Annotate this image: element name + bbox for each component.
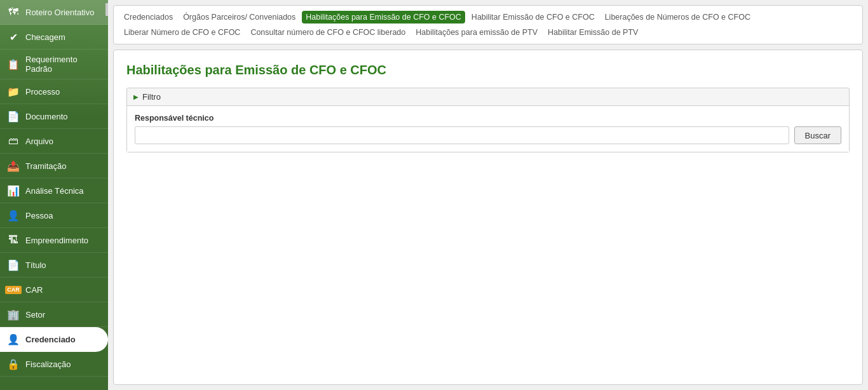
nav-link-liberar-numero[interactable]: Liberar Número de CFO e CFOC <box>120 26 244 39</box>
main-content: CredenciadosÓrgãos Parceiros/ Conveniado… <box>108 0 868 390</box>
nav-link-habilitar-emissao[interactable]: Habilitar Emissão de CFO e CFOC <box>468 11 599 24</box>
sidebar-item-requerimento-padrao[interactable]: 📋Requerimento Padrão <box>0 50 108 79</box>
sidebar-item-label-documento: Documento <box>25 112 67 121</box>
filter-section: ▶ Filtro Responsável técnico Buscar <box>126 88 850 152</box>
filter-arrow-icon: ▶ <box>133 93 139 100</box>
sidebar-item-documento[interactable]: 📄Documento <box>0 104 108 129</box>
processo-icon: 📁 <box>6 84 20 98</box>
sidebar-item-arquivo[interactable]: 🗃Arquivo <box>0 129 108 154</box>
sidebar-item-checagem[interactable]: ✔Checagem <box>0 25 108 50</box>
sidebar-item-label-processo: Processo <box>25 87 60 97</box>
checagem-icon: ✔ <box>6 30 20 44</box>
sidebar-item-label-requerimento-padrao: Requerimento Padrão <box>25 55 102 74</box>
setor-icon: 🏢 <box>6 307 20 321</box>
analise-tecnica-icon: 📊 <box>6 184 20 198</box>
fiscalizacao-icon: 🔒 <box>6 357 20 371</box>
sidebar-item-car[interactable]: CARCAR <box>0 278 108 302</box>
responsavel-tecnico-input[interactable] <box>135 126 789 144</box>
nav-link-consultar-numero[interactable]: Consultar número de CFO e CFOC liberado <box>247 26 409 39</box>
sidebar-item-label-pessoa: Pessoa <box>25 211 53 220</box>
buscar-button[interactable]: Buscar <box>794 126 841 144</box>
pessoa-icon: 👤 <box>6 208 20 222</box>
sidebar-item-label-titulo: Título <box>25 260 46 270</box>
tramitacao-icon: 📤 <box>6 159 20 173</box>
sidebar-toggle[interactable]: ◄ <box>105 3 108 16</box>
sidebar-item-credenciado[interactable]: 👤Credenciado <box>0 327 108 352</box>
sidebar-item-analise-tecnica[interactable]: 📊Análise Técnica <box>0 178 108 203</box>
sidebar-item-label-car: CAR <box>25 285 43 295</box>
titulo-icon: 📄 <box>6 258 20 272</box>
sidebar-item-label-tramitacao: Tramitação <box>25 161 67 171</box>
sidebar: ◄ 🗺Roteiro Orientativo✔Checagem📋Requerim… <box>0 0 108 390</box>
nav-link-credenciados[interactable]: Credenciados <box>120 11 177 24</box>
sidebar-item-label-analise-tecnica: Análise Técnica <box>25 186 84 196</box>
sidebar-item-tramitacao[interactable]: 📤Tramitação <box>0 154 108 178</box>
arquivo-icon: 🗃 <box>6 134 20 148</box>
nav-link-liberacoes-numeros[interactable]: Liberações de Números de CFO e CFOC <box>601 11 754 24</box>
filter-header[interactable]: ▶ Filtro <box>127 88 849 105</box>
filter-label: Filtro <box>142 92 161 102</box>
sidebar-item-roteiro-orientativo[interactable]: 🗺Roteiro Orientativo <box>0 0 108 25</box>
empreendimento-icon: 🏗 <box>6 233 20 247</box>
nav-link-habilitacoes-cfo-cfoc[interactable]: Habilitações para Emissão de CFO e CFOC <box>302 11 465 24</box>
sidebar-item-setor[interactable]: 🏢Setor <box>0 302 108 327</box>
sidebar-item-label-roteiro-orientativo: Roteiro Orientativo <box>25 8 94 17</box>
top-navigation: CredenciadosÓrgãos Parceiros/ Conveniado… <box>113 5 863 44</box>
sidebar-item-label-empreendimento: Empreendimento <box>25 236 88 245</box>
sidebar-item-label-credenciado: Credenciado <box>25 335 76 344</box>
sidebar-item-titulo[interactable]: 📄Título <box>0 253 108 278</box>
nav-link-orgaos-parceiros[interactable]: Órgãos Parceiros/ Conveniados <box>179 11 299 24</box>
sidebar-item-label-setor: Setor <box>25 310 45 319</box>
roteiro-orientativo-icon: 🗺 <box>6 5 20 19</box>
filter-body: Responsável técnico Buscar <box>127 105 849 152</box>
sidebar-item-label-checagem: Checagem <box>25 32 65 42</box>
sidebar-item-label-fiscalizacao: Fiscalização <box>25 360 71 369</box>
sidebar-item-fiscalizacao[interactable]: 🔒Fiscalização <box>0 352 108 377</box>
responsavel-tecnico-label: Responsável técnico <box>135 114 841 123</box>
filter-row: Buscar <box>135 126 841 144</box>
sidebar-item-processo[interactable]: 📁Processo <box>0 79 108 104</box>
credenciado-icon: 👤 <box>6 332 20 346</box>
sidebar-item-empreendimento[interactable]: 🏗Empreendimento <box>0 228 108 253</box>
page-title: Habilitações para Emissão de CFO e CFOC <box>126 63 850 77</box>
content-area: Habilitações para Emissão de CFO e CFOC … <box>113 50 863 385</box>
sidebar-item-label-arquivo: Arquivo <box>25 137 53 146</box>
nav-link-habilitar-ptv[interactable]: Habilitar Emissão de PTV <box>544 26 642 39</box>
nav-link-habilitacoes-ptv[interactable]: Habilitações para emissão de PTV <box>412 26 541 39</box>
requerimento-padrao-icon: 📋 <box>6 57 20 71</box>
documento-icon: 📄 <box>6 109 20 123</box>
car-icon: CAR <box>6 283 20 297</box>
sidebar-item-pessoa[interactable]: 👤Pessoa <box>0 203 108 228</box>
